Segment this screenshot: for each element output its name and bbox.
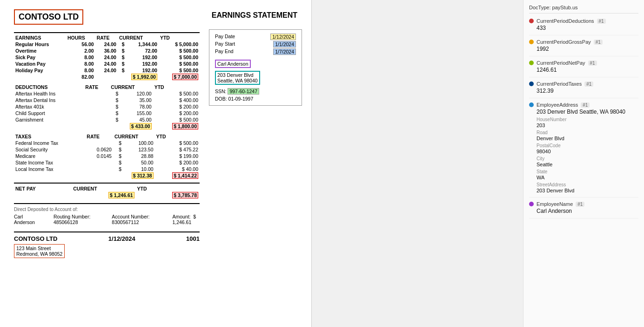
row-ytd: $ 5,000.00 [159, 41, 200, 48]
net-pay-table: NET PAY CURRENT YTD $ 1,246.61 [14, 185, 200, 198]
table-row: Overtime 2.00 36.00 $ 72.00 $ 500.00 [14, 48, 200, 54]
sidebar-item-taxes: CurrentPeriodTaxes #1 312.39 [529, 81, 638, 98]
direct-deposit-section: Direct Deposited to Account of: Carl And… [14, 203, 200, 225]
row-label: Medicare [14, 153, 85, 159]
row-label: Aftertax Health Ins [14, 90, 84, 97]
footer-section: CONTOSO LTD 1/12/2024 1001 123 Main Stre… [14, 232, 200, 258]
row-label [14, 192, 66, 198]
pay-end-row: Pay End 1/7/2024 [215, 48, 296, 55]
row-ytd: $ 500.00 [159, 67, 200, 74]
deductions-total-current-value: $ 433.00 [130, 123, 152, 129]
taxes-total-current-value: $ 312.38 [132, 172, 154, 179]
earnings-total-hours: 82.00 [66, 74, 95, 80]
row-current-sym: $ [113, 159, 123, 166]
pay-start-label: Pay Start [215, 41, 235, 48]
row-ytd: $ 475.22 [155, 146, 200, 153]
earnings-hours-header: HOURS [66, 34, 95, 41]
sidebar-item-header: CurrentPeriodNetPay #1 [529, 60, 638, 66]
sub-label: StreetAddress [537, 182, 638, 187]
row-label: Aftertax Dental Ins [14, 97, 84, 103]
document-panel: CONTOSO LTD EARNINGS STATEMENT EARNINGS … [0, 0, 312, 327]
doc-main: EARNINGS HOURS RATE CURRENT YTD Regular … [14, 29, 297, 258]
sub-value: 203 [537, 123, 638, 128]
earnings-total-ytd: $ 7,000.00 [159, 74, 200, 80]
row-rate: 24.00 [95, 61, 118, 67]
sub-label: HouseNumber [537, 117, 638, 122]
row-rate: 24.00 [95, 41, 118, 48]
row-label [14, 172, 85, 179]
pay-date-label: Pay Date [215, 34, 235, 40]
row-label [14, 123, 84, 129]
row-current: $ [118, 67, 126, 74]
sub-label: PostalCode [537, 143, 638, 148]
row-current-sym: $ [109, 103, 120, 110]
pay-end-label: Pay End [215, 48, 234, 55]
taxes-ytd-header: YTD [155, 133, 200, 140]
row-label: Sick Pay [14, 54, 66, 61]
row-current-sym: $ [109, 116, 120, 123]
row-current: $ [118, 61, 126, 67]
sidebar-item-header: EmployeeName #1 [529, 201, 638, 207]
row-current-val: 50.00 [123, 159, 154, 166]
table-row: Aftertax Health Ins $ 120.00 $ 500.00 [14, 90, 200, 97]
table-row: Local Income Tax $ 10.00 $ 40.00 [14, 166, 200, 172]
row-current-val: 10.00 [123, 166, 154, 172]
row-current-sym: $ [109, 97, 120, 103]
row-current: $ [118, 41, 126, 48]
earnings-total-ytd-value: $ 7,000.00 [172, 74, 198, 80]
table-row: Aftertax Dental Ins $ 35.00 $ 400.00 [14, 97, 200, 103]
row-ytd: $ 500.00 [159, 61, 200, 67]
amount-label: Amount: [172, 214, 190, 219]
sidebar-badge: #1 [581, 102, 590, 108]
row-ytd: $ 199.00 [155, 153, 200, 159]
sidebar-badge: #1 [584, 82, 593, 87]
row-current-val: 192.00 [126, 61, 159, 67]
table-row: State Income Tax $ 50.00 $ 200.00 [14, 159, 200, 166]
earnings-table: EARNINGS HOURS RATE CURRENT YTD Regular … [14, 34, 200, 80]
net-pay-section: NET PAY CURRENT YTD $ 1,246.61 [14, 183, 200, 198]
row-ytd: $ 400.00 [153, 97, 200, 103]
deductions-rate-header: RATE [84, 84, 109, 90]
row-label: Overtime [14, 48, 66, 54]
table-row: Regular Hours 56.00 24.00 $ 1,344.00 $ 5… [14, 41, 200, 48]
taxes-dot [529, 82, 534, 86]
deductions-total-ytd-value: $ 1,800.00 [172, 123, 198, 129]
direct-deposit-amount: Amount: $ 1,246.61 [172, 214, 200, 225]
sidebar-item-employeename: EmployeeName #1 Carl Anderson [529, 201, 638, 218]
employee-address-block: 203 Denver Blvd Seattle, WA 98040 [215, 70, 296, 85]
dob-value: 01-09-1997 [228, 96, 254, 102]
sidebar-item-netpay: CurrentPeriodNetPay #1 1246.61 [529, 60, 638, 77]
row-ytd: $ 500.00 [159, 54, 200, 61]
taxes-rate-header: RATE [85, 133, 113, 140]
net-pay-ytd: $ 3,785.78 [136, 192, 200, 198]
sidebar-sub-postalcode: PostalCode 98040 [537, 143, 638, 154]
employee-address-box: 203 Denver Blvd Seattle, WA 98040 [215, 71, 260, 85]
net-pay-current-value: $ 1,246.61 [108, 192, 134, 198]
row-rate: 24.00 [95, 67, 118, 74]
earnings-label-header: EARNINGS [14, 34, 66, 41]
netpay-dot [529, 61, 534, 65]
employee-address-line1: 203 Denver Blvd [217, 72, 258, 78]
taxes-label-header: TAXES [14, 133, 85, 140]
deductions-total-current: $ 433.00 [109, 123, 153, 129]
taxes-table: TAXES RATE CURRENT YTD Federal Income Ta… [14, 133, 200, 179]
row-hours: 56.00 [66, 41, 95, 48]
sub-value: Denver Blvd [537, 136, 638, 141]
sidebar-badge: #1 [594, 40, 603, 45]
sidebar-item-value: 203 Denver Blvd Seattle, WA 98040 [537, 109, 638, 115]
pay-date-value: 1/12/2024 [270, 34, 296, 40]
sub-label: City [537, 156, 638, 161]
row-hours: 2.00 [66, 48, 95, 54]
employee-name: Carl Anderson [217, 61, 248, 67]
ssn-value: 997-60-1247 [228, 88, 259, 95]
sidebar-item-label: EmployeeAddress [537, 102, 578, 108]
address-dot [529, 102, 534, 107]
direct-deposit-label: Direct Deposited to Account of: [14, 207, 200, 212]
dob-label: DOB: [215, 96, 227, 102]
table-row: Vacation Pay 8.00 24.00 $ 192.00 $ 500.0… [14, 61, 200, 67]
pay-info-box: Pay Date 1/12/2024 Pay Start 1/1/2024 Pa… [209, 29, 302, 106]
row-ytd: $ 500.00 [159, 48, 200, 54]
net-pay-empty [66, 185, 72, 192]
deductions-table: DEDUCTIONS RATE CURRENT YTD Aftertax Hea… [14, 84, 200, 129]
earnings-rate-header: RATE [95, 34, 118, 41]
